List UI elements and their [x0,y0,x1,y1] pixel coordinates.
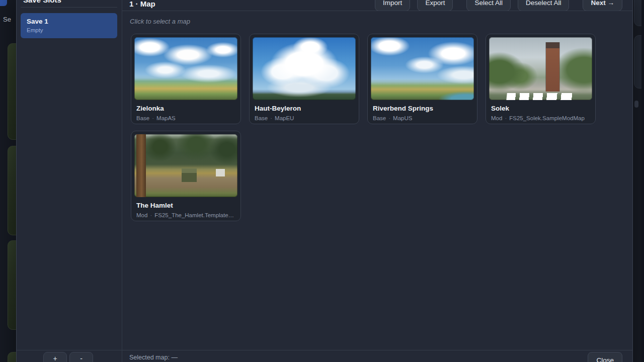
map-card[interactable]: Riverbend Springs Base·MapUS [367,34,477,124]
map-toolbar: ImportExportSelect AllDeselect AllNext → [368,0,622,11]
close-button[interactable]: Close [588,352,622,362]
meta-separator: · [505,115,507,121]
sidebar-divider [21,7,117,8]
map-thumbnail [253,37,356,100]
step-title: 1 · Map [129,0,155,8]
meta-separator: · [388,115,390,121]
save-slot-item[interactable]: Save 1 Empty [21,13,117,38]
map-card[interactable]: Haut-Beyleron Base·MapEU [249,34,359,124]
map-name: The Hamlet [136,202,235,209]
meta-separator: · [270,115,272,121]
toolbar-button-select-all[interactable]: Select All [466,0,511,11]
footer-divider [122,350,632,350]
save-slot-list: Save 1 Empty [21,13,117,38]
map-type-badge: Mod [491,115,502,121]
map-name: Haut-Beyleron [255,105,354,112]
map-thumbnail [371,37,474,100]
toolbar-button-export[interactable]: Export [417,0,453,11]
meta-separator: · [152,115,154,121]
map-name: Riverbend Springs [373,105,472,112]
map-card[interactable]: Zielonka Base·MapAS [131,34,241,124]
map-type-badge: Base [255,115,268,121]
map-card[interactable]: Solek Mod·FS25_Solek.SampleModMap [486,34,596,124]
background-blue-button-fragment [0,0,7,6]
map-thumbnail [134,134,237,197]
map-name: Zielonka [136,105,235,112]
map-type-badge: Base [136,115,149,121]
map-type-badge: Base [373,115,386,121]
map-id: MapUS [393,115,412,121]
map-id: MapAS [156,115,176,121]
save-slots-sidebar: Save Slots Save 1 Empty + - [17,0,122,362]
add-slot-button[interactable]: + [43,352,67,362]
map-id: FS25_The_Hamlet.TemplateMap [154,212,235,218]
save-slot-status: Empty [27,27,111,33]
map-type-badge: Mod [136,212,147,218]
new-save-dialog: Save Slots Save 1 Empty + - 1 · Map Impo… [16,0,633,362]
remove-slot-button[interactable]: - [69,352,93,362]
background-right-strip [632,0,644,362]
map-select-hint: Click to select a map [130,18,190,25]
map-meta: Base·MapAS [136,115,235,121]
save-slots-title: Save Slots [23,0,61,4]
map-meta: Mod·FS25_Solek.SampleModMap [491,115,590,121]
map-card[interactable]: The Hamlet Mod·FS25_The_Hamlet.TemplateM… [131,131,241,221]
meta-separator: · [150,212,152,218]
header-divider [122,11,632,11]
map-thumbnail [489,37,592,100]
map-grid: Zielonka Base·MapAS Haut-Beyleron Base·M… [131,34,596,221]
toolbar-button-next[interactable]: Next → [583,0,622,11]
background-scroll-dot [634,101,638,108]
background-edge [641,0,644,362]
background-partial-text: Se [3,16,11,23]
save-slot-name: Save 1 [27,18,111,25]
map-meta: Mod·FS25_The_Hamlet.TemplateMap [136,212,235,218]
sidebar-footer: + - [17,350,122,362]
map-thumbnail [134,37,237,100]
map-id: FS25_Solek.SampleModMap [509,115,585,121]
map-id: MapEU [275,115,294,121]
selected-map-status: Selected map: — [129,354,178,361]
toolbar-button-import[interactable]: Import [375,0,410,11]
map-name: Solek [491,105,590,112]
map-selection-panel: 1 · Map ImportExportSelect AllDeselect A… [122,0,632,362]
map-meta: Base·MapUS [373,115,472,121]
map-meta: Base·MapEU [255,115,354,121]
toolbar-button-deselect-all[interactable]: Deselect All [518,0,570,11]
